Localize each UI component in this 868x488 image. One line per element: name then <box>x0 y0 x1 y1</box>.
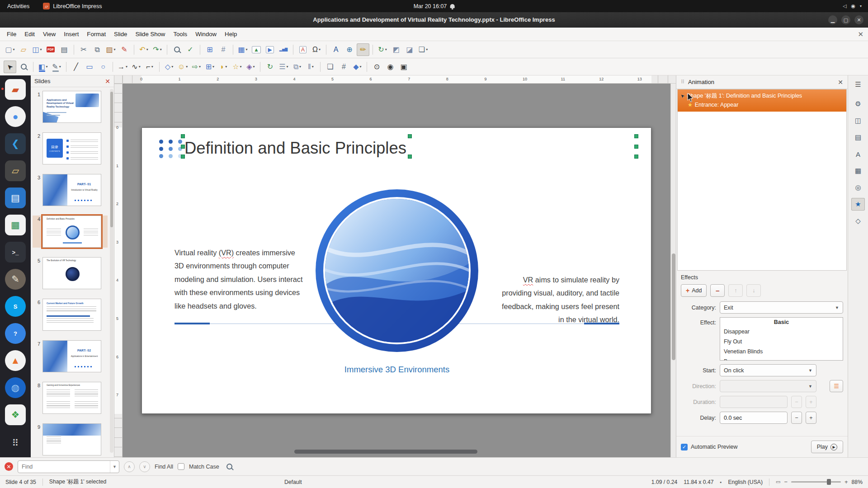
master-slide-status[interactable]: Default <box>284 479 302 485</box>
delay-input[interactable] <box>720 412 788 424</box>
find-all-button[interactable]: Find All <box>155 464 173 470</box>
insert-line[interactable]: ╱ <box>70 61 82 73</box>
selection-handle[interactable] <box>634 155 638 159</box>
dock-chrome[interactable]: ● <box>5 106 26 127</box>
spelling[interactable]: ✓ <box>184 43 197 56</box>
ellipse[interactable]: ○ <box>97 61 109 73</box>
show-gluepoint-functions[interactable]: ▣ <box>397 61 410 73</box>
menu-insert[interactable]: Insert <box>60 29 83 39</box>
menu-slide[interactable]: Slide <box>110 29 131 39</box>
basic-shapes[interactable]: ◇▾ <box>163 61 175 73</box>
focused-app-indicator[interactable]: ▱ LibreOffice Impress <box>43 3 102 9</box>
curves-and-polygons[interactable]: ∿▾ <box>130 61 142 73</box>
fill-color[interactable]: ◧▾ <box>37 61 49 73</box>
menu-tools[interactable]: Tools <box>169 29 191 39</box>
edit-points[interactable]: ⊙ <box>370 61 383 73</box>
3d-objects[interactable]: ◈▾ <box>244 61 257 73</box>
dropdown-arrow-icon[interactable]: ▾ <box>171 65 173 69</box>
lines-and-arrows[interactable]: →▾ <box>116 61 129 73</box>
system-tray[interactable]: ◁ ◉ ▾ <box>843 3 868 9</box>
scrollbar-thumb[interactable] <box>672 253 675 360</box>
dropdown-arrow-icon[interactable]: ▾ <box>253 65 255 69</box>
slide-thumbnail[interactable]: Current Market and Future Growth <box>42 299 101 331</box>
left-text-block[interactable]: Virtual reality (VR) creates immersive 3… <box>175 246 307 313</box>
dropdown-arrow-icon[interactable]: ▾ <box>312 65 314 69</box>
selection-handle[interactable] <box>634 134 638 138</box>
fit-slide-icon[interactable]: ▭ <box>776 479 780 485</box>
direction-dropdown[interactable]: ▼ <box>720 380 816 392</box>
crop-image[interactable]: # <box>337 61 350 73</box>
move-effect-up-button[interactable]: ↑ <box>728 284 743 297</box>
menu-file[interactable]: File <box>3 29 20 39</box>
insert-special-character[interactable]: Ω▾ <box>310 43 323 56</box>
delay-increment-button[interactable]: + <box>806 412 816 424</box>
line-color[interactable]: ✎▾ <box>50 61 63 73</box>
horizontal-scrollbar-thumb[interactable] <box>294 450 477 454</box>
zoom-slider-thumb[interactable] <box>827 479 831 485</box>
block-arrows[interactable]: ⇨▾ <box>190 61 203 73</box>
close-window-button[interactable]: ✕ <box>854 15 863 24</box>
dock-vscode[interactable]: ❮ <box>5 133 26 154</box>
language-status[interactable]: English (USA) <box>728 479 763 485</box>
delay-decrement-button[interactable]: − <box>791 412 802 424</box>
dock-blue-app[interactable]: ◍ <box>5 377 26 398</box>
dropdown-arrow-icon[interactable]: ▾ <box>160 47 162 52</box>
canvas-area[interactable]: Definition and Basic Principles <box>123 84 670 457</box>
effect-options-button[interactable]: ☰ <box>830 380 843 392</box>
slide-thumbnail[interactable]: Definition and Basic Principles <box>42 216 101 248</box>
dropdown-arrow-icon[interactable]: ▾ <box>151 65 153 69</box>
open-file[interactable]: ▱ <box>17 43 30 56</box>
dock-skype[interactable]: S <box>5 296 26 317</box>
duration-input[interactable] <box>720 396 788 408</box>
helplines-while-moving[interactable]: # <box>217 43 230 56</box>
dropdown-arrow-icon[interactable]: ▾ <box>299 65 301 69</box>
arrange-objects[interactable]: ⧉▾ <box>291 61 303 73</box>
display-grid[interactable]: ⊞ <box>203 43 216 56</box>
select-tool[interactable]: ➤ <box>4 61 16 73</box>
dock-files[interactable]: ▱ <box>5 160 26 181</box>
dropdown-arrow-icon[interactable]: ▾ <box>46 65 48 69</box>
move-effect-down-button[interactable]: ↓ <box>746 284 761 297</box>
cut[interactable]: ✂ <box>77 43 90 56</box>
find-next-button[interactable]: ∨ <box>139 461 150 472</box>
insert-chart[interactable]: ▂▅▇ <box>277 43 290 56</box>
circle-caption[interactable]: Immersive 3D Environments <box>316 365 478 375</box>
find-and-replace-icon[interactable] <box>226 464 232 469</box>
dock-vlc[interactable]: ▲ <box>5 350 26 371</box>
menu-slide-show[interactable]: Slide Show <box>131 29 169 39</box>
slide-thumbnail[interactable]: 目录CONTENTS <box>42 132 101 164</box>
close-document-button[interactable]: ✕ <box>858 30 863 38</box>
insert-hyperlink[interactable]: ⊕ <box>343 43 356 56</box>
send-to-back[interactable]: ◪ <box>403 43 416 56</box>
properties-deck[interactable]: ⚙ <box>851 98 865 110</box>
scrollbar-thumb[interactable] <box>110 92 113 227</box>
slides-panel-scrollbar[interactable] <box>110 89 113 453</box>
animation-list-item-selected[interactable]: ➤ Shape '标题 1': Definition and Basic Pri… <box>678 89 846 112</box>
dock-help[interactable]: ? <box>5 323 26 344</box>
dropdown-arrow-icon[interactable]: ▾ <box>126 65 127 69</box>
gallery-deck[interactable]: ▦ <box>851 164 865 177</box>
find-history-dropdown-icon[interactable]: ▼ <box>110 461 119 473</box>
dropdown-arrow-icon[interactable]: ▾ <box>360 65 362 69</box>
insert-table[interactable]: ▦▾ <box>236 43 249 56</box>
cursor-position-status[interactable]: 1.09 / 0.24 <box>651 479 678 485</box>
dropdown-arrow-icon[interactable]: ▾ <box>146 47 148 52</box>
effect-option-disappear[interactable]: Disappear <box>720 327 843 337</box>
activities-button[interactable]: Activities <box>0 0 37 12</box>
window-title-bar[interactable]: Applications and Development of Virtual … <box>0 12 868 28</box>
effect-listbox[interactable]: Basic DisappearFly OutVenetian BlindsBox <box>720 317 843 361</box>
dropdown-arrow-icon[interactable]: ▾ <box>287 65 288 69</box>
image-filter[interactable]: ◆▾ <box>351 61 363 73</box>
sidebar-menu[interactable]: ☰ <box>851 78 865 91</box>
document-modified-icon[interactable]: ▪ <box>720 479 722 485</box>
close-find-bar-button[interactable]: ✕ <box>5 462 13 471</box>
right-text-block[interactable]: VR aims to simulate reality by providing… <box>496 273 619 327</box>
maximize-button[interactable]: ▢ <box>841 15 850 24</box>
bring-to-front[interactable]: ◩ <box>390 43 402 56</box>
selection-handle[interactable] <box>408 134 412 138</box>
effect-option-box[interactable]: Box <box>720 357 843 361</box>
find-previous-button[interactable]: ∧ <box>124 461 135 472</box>
zoom-slider[interactable] <box>791 481 841 483</box>
animation-deck[interactable]: ★ <box>851 198 865 211</box>
vertical-scrollbar[interactable] <box>670 84 676 457</box>
